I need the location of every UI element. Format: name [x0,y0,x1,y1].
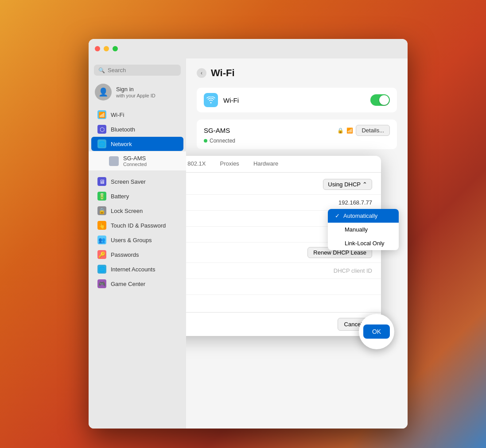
network-sub-item[interactable]: SG-AMS Connected [89,151,186,170]
chevron-icon: ⌃ [362,181,367,188]
tab-8021x[interactable]: 802.1X [186,156,213,172]
sidebar-item-lock-screen[interactable]: 🔒 Lock Screen [91,204,183,218]
network-icon: 🌐 [97,139,106,148]
sidebar-item-bluetooth[interactable]: ⬡ Bluetooth [91,122,183,136]
back-button[interactable]: ‹ [197,68,206,78]
sign-in-text: Sign in with your Apple ID [116,86,156,99]
tab-hardware[interactable]: Hardware [246,156,285,172]
ip-address-row: IP address 192.168.7.77 [186,195,381,211]
network-name: SG-AMS [204,127,230,134]
sidebar-item-passwords[interactable]: 🔑 Passwords [91,247,183,262]
connected-dot [204,139,207,143]
internet-accounts-icon: 🌐 [97,265,106,274]
passwords-icon: 🔑 [97,250,106,259]
sidebar-item-network[interactable]: 🌐 Network [91,137,183,151]
minimize-button[interactable] [104,46,109,51]
wifi-toggle[interactable] [370,94,390,106]
configure-ipv4-row: Configure IPv4 Using DHCP ⌃ [186,174,381,195]
panel-title: Wi-Fi [211,67,235,79]
lock-icon: 🔒 [337,127,344,134]
battery-icon: 🔋 [97,192,106,201]
connected-status: Connected [210,138,235,144]
dropdown-item-link-local[interactable]: Link-Local Only [328,236,399,250]
router-ipv6-row: Router [186,295,381,310]
network-thumbnail [109,156,119,166]
search-input[interactable] [108,67,176,73]
sidebar-item-touch-id[interactable]: 👆 Touch ID & Password [91,218,183,232]
bluetooth-icon: ⬡ [97,125,106,134]
tab-proxies[interactable]: Proxies [213,156,246,172]
sidebar-item-screen-saver[interactable]: 🖥 Screen Saver [91,174,183,189]
sidebar-item-users-groups[interactable]: 👥 Users & Groups [91,233,183,247]
current-network-card: SG-AMS 🔒 📶 Details... Connected [197,120,397,149]
sidebar-item-internet-accounts[interactable]: 🌐 Internet Accounts [91,262,183,276]
dhcp-client-placeholder[interactable]: DHCP client ID [334,267,372,274]
dhcp-client-row: (not required) DHCP client ID [186,263,381,279]
sidebar-item-battery[interactable]: 🔋 Battery [91,189,183,203]
search-bar[interactable]: 🔍 [94,65,181,76]
users-groups-icon: 👥 [97,236,106,244]
sidebar: 🔍 👤 Sign in with your Apple ID 📶 Wi-Fi ⬡… [89,58,186,429]
ok-circle: OK [359,314,394,349]
network-name-row: SG-AMS 🔒 📶 Details... [204,125,390,136]
lock-screen-icon: 🔒 [97,206,106,215]
close-button[interactable] [95,46,100,51]
game-center-icon: 🎮 [97,279,106,288]
titlebar [89,39,408,58]
wifi-big-icon [204,93,218,107]
ip-address-value: 192.168.7.77 [338,199,372,206]
dropdown-item-manually[interactable]: Manually [328,223,399,236]
details-button[interactable]: Details... [356,125,390,136]
search-icon: 🔍 [98,67,105,73]
configure-ipv6-row: Configure IPv6 [186,279,381,295]
window-body: 🔍 👤 Sign in with your Apple ID 📶 Wi-Fi ⬡… [89,58,408,429]
network-sub-item-info: SG-AMS Connected [123,155,147,167]
main-content: ‹ Wi-Fi Wi-Fi [186,58,408,429]
avatar: 👤 [95,84,112,100]
wifi-toggle-row: Wi-Fi [197,88,397,112]
maximize-button[interactable] [113,46,118,51]
detail-footer: Forget This Network... Cancel [186,312,381,336]
ok-button[interactable]: OK [363,324,390,339]
panel-header: ‹ Wi-Fi [197,67,397,79]
touch-id-icon: 👆 [97,221,106,230]
detail-tabs: TCP/IP DNS WINS 802.1X Proxies Hardware [186,156,381,173]
main-window: 🔍 👤 Sign in with your Apple ID 📶 Wi-Fi ⬡… [89,39,408,429]
sidebar-item-game-center[interactable]: 🎮 Game Center [91,277,183,291]
configure-ipv4-select[interactable]: Using DHCP ⌃ [323,179,372,190]
signal-icon: 📶 [346,127,353,134]
sidebar-item-wifi[interactable]: 📶 Wi-Fi [91,108,183,122]
network-icons: 🔒 📶 Details... [337,125,390,136]
wifi-label: Wi-Fi [223,97,365,104]
dropdown-item-automatically[interactable]: ✓ Automatically [328,209,399,223]
connected-row: Connected [204,138,390,144]
checkmark-icon: ✓ [335,212,340,219]
sign-in-section[interactable]: 👤 Sign in with your Apple ID [89,80,186,104]
wifi-icon: 📶 [97,110,106,119]
ipv6-dropdown: ✓ Automatically Manually Link-Local Only [328,209,399,250]
screen-saver-icon: 🖥 [97,177,106,186]
